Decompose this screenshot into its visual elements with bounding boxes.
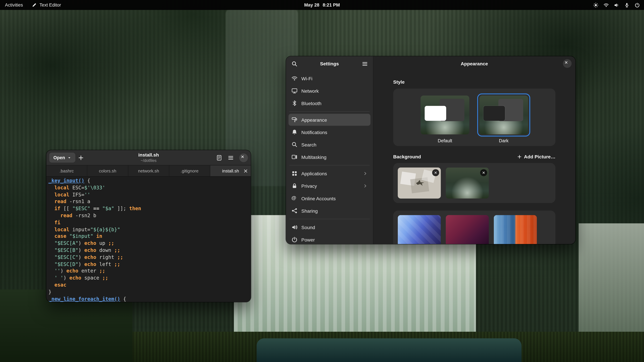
privacy-icon bbox=[291, 183, 298, 189]
sidebar-separator bbox=[289, 111, 370, 112]
sound-icon bbox=[291, 224, 298, 230]
settings-title: Settings bbox=[320, 61, 339, 66]
volume-icon bbox=[614, 2, 619, 8]
blue-purple-wallpaper[interactable] bbox=[398, 215, 441, 244]
editor-tab--gitignore[interactable]: .gitignore bbox=[169, 165, 210, 176]
sidebar-item-label: Multitasking bbox=[301, 155, 326, 160]
editor-header-actions bbox=[214, 152, 248, 163]
activities-label: Activities bbox=[5, 2, 23, 7]
code-line: fi bbox=[48, 219, 251, 226]
tab-close-button[interactable] bbox=[243, 168, 248, 173]
sidebar-item-multitasking[interactable]: Multitasking bbox=[288, 151, 370, 163]
sidebar-item-wi-fi[interactable]: Wi-Fi bbox=[288, 72, 370, 84]
settings-search-button[interactable] bbox=[289, 58, 300, 69]
open-button[interactable]: Open bbox=[49, 153, 76, 163]
theme-preview-default bbox=[420, 95, 469, 134]
screen: Activities Text Editor May 28 8:21 PM Op… bbox=[0, 0, 644, 362]
clock-date: May 28 bbox=[304, 2, 320, 7]
new-tab-button[interactable] bbox=[75, 152, 86, 163]
dark-red-wallpaper[interactable] bbox=[446, 215, 489, 244]
code-line: _key_input() { bbox=[48, 177, 251, 184]
code-line: local ESC=$'\033' bbox=[48, 184, 251, 191]
top-bar: Activities Text Editor May 28 8:21 PM bbox=[0, 0, 644, 10]
plus-icon bbox=[517, 154, 522, 159]
appearance-page: Style DefaultDark Background Add Picture… bbox=[373, 71, 575, 244]
add-picture-label: Add Picture… bbox=[524, 154, 556, 159]
editor-close-button[interactable] bbox=[239, 153, 248, 162]
editor-window-title: install.sh ~/dotfiles bbox=[138, 152, 159, 163]
settings-window: Settings Wi-FiNetworkBluetoothAppearance… bbox=[286, 56, 575, 244]
plus-icon bbox=[78, 155, 84, 161]
code-line: esac bbox=[48, 282, 251, 289]
style-option-default[interactable]: Default bbox=[418, 93, 472, 146]
editor-subtitle-text: ~/dotfiles bbox=[138, 158, 159, 163]
sidebar-item-online-accounts[interactable]: @Online Accounts bbox=[288, 192, 370, 204]
focused-app-label: Text Editor bbox=[40, 2, 61, 7]
sidebar-item-sound[interactable]: Sound bbox=[288, 221, 370, 233]
style-option-label: Dark bbox=[499, 138, 508, 143]
add-picture-button[interactable]: Add Picture… bbox=[517, 154, 556, 159]
tab-label: network.sh bbox=[138, 168, 159, 173]
sidebar-item-notifications[interactable]: Notifications bbox=[288, 126, 370, 138]
document-properties-button[interactable] bbox=[214, 152, 224, 163]
sidebar-item-bluetooth[interactable]: Bluetooth bbox=[288, 97, 370, 109]
blue-orange-wallpaper[interactable] bbox=[494, 215, 537, 244]
wallpaper-grid bbox=[393, 211, 556, 244]
sidebar-item-label: Applications bbox=[301, 171, 327, 176]
sidebar-separator bbox=[289, 219, 370, 219]
editor-tab--bashrc[interactable]: .bashrc bbox=[46, 165, 87, 176]
tab-label: .bashrc bbox=[60, 168, 74, 173]
search-icon bbox=[291, 141, 298, 148]
sidebar-item-network[interactable]: Network bbox=[288, 85, 370, 97]
sidebar-item-label: Sharing bbox=[301, 208, 318, 213]
caret-down-icon bbox=[68, 156, 71, 159]
network-icon bbox=[291, 88, 298, 94]
editor-title-text: install.sh bbox=[138, 152, 159, 158]
activities-button[interactable]: Activities bbox=[4, 2, 24, 7]
editor-tab-install-sh[interactable]: install.sh bbox=[210, 165, 251, 176]
sidebar-item-search[interactable]: Search bbox=[288, 139, 370, 151]
code-line: ' ') echo space ;; bbox=[48, 275, 251, 282]
sidebar-item-label: Bluetooth bbox=[301, 101, 322, 106]
editor-tab-colors-sh[interactable]: colors.sh bbox=[88, 165, 128, 176]
editor-tab-network-sh[interactable]: network.sh bbox=[128, 165, 169, 176]
sidebar-item-label: Notifications bbox=[301, 130, 327, 135]
power-icon bbox=[291, 237, 298, 243]
remove-background-button[interactable] bbox=[432, 169, 439, 176]
code-editor-area[interactable]: _key_input() { local ESC=$'\033' local I… bbox=[46, 177, 251, 302]
code-line: "$ESC[A") echo up ;; bbox=[48, 240, 251, 247]
preview-front-window bbox=[484, 106, 505, 121]
sidebar-item-applications[interactable]: Applications bbox=[288, 168, 370, 180]
clock[interactable]: May 28 8:21 PM bbox=[304, 2, 340, 7]
remove-background-button[interactable] bbox=[480, 169, 487, 176]
code-line: "$ESC[B") echo down ;; bbox=[48, 247, 251, 254]
style-option-label: Default bbox=[438, 138, 452, 143]
sidebar-item-sharing[interactable]: Sharing bbox=[288, 205, 370, 217]
code-line: '') echo enter ;; bbox=[48, 268, 251, 275]
pond bbox=[256, 338, 522, 362]
settings-close-button[interactable] bbox=[563, 59, 572, 68]
theme-thumb-frame bbox=[418, 93, 472, 137]
code-line: local input="${a}${b}" bbox=[48, 226, 251, 233]
sidebar-item-power[interactable]: Power bbox=[288, 234, 370, 244]
forest-waterfall-wallpaper[interactable] bbox=[446, 168, 489, 199]
sidebar-item-privacy[interactable]: Privacy bbox=[288, 180, 370, 192]
abstract-light-wallpaper[interactable] bbox=[398, 168, 441, 199]
page-title: Appearance bbox=[461, 61, 488, 66]
sidebar-item-appearance[interactable]: Appearance bbox=[288, 114, 370, 126]
style-option-dark[interactable]: Dark bbox=[477, 93, 530, 146]
settings-sidebar: Settings Wi-FiNetworkBluetoothAppearance… bbox=[286, 56, 373, 244]
system-status-area[interactable] bbox=[593, 2, 640, 8]
current-backgrounds-card bbox=[393, 163, 556, 203]
wifi-icon bbox=[604, 2, 609, 8]
text-editor-window: Open install.sh ~/dotfiles bbox=[46, 150, 251, 302]
style-card: DefaultDark bbox=[393, 88, 556, 146]
focused-app-indicator[interactable]: Text Editor bbox=[31, 2, 62, 7]
settings-menu-button[interactable] bbox=[359, 58, 370, 69]
text-editor-icon bbox=[32, 2, 37, 7]
settings-sidebar-header: Settings bbox=[286, 56, 373, 71]
multitasking-icon bbox=[291, 154, 298, 160]
editor-menu-button[interactable] bbox=[225, 152, 236, 163]
code-line: local IFS='' bbox=[48, 191, 251, 198]
theme-preview-dark bbox=[479, 95, 528, 134]
